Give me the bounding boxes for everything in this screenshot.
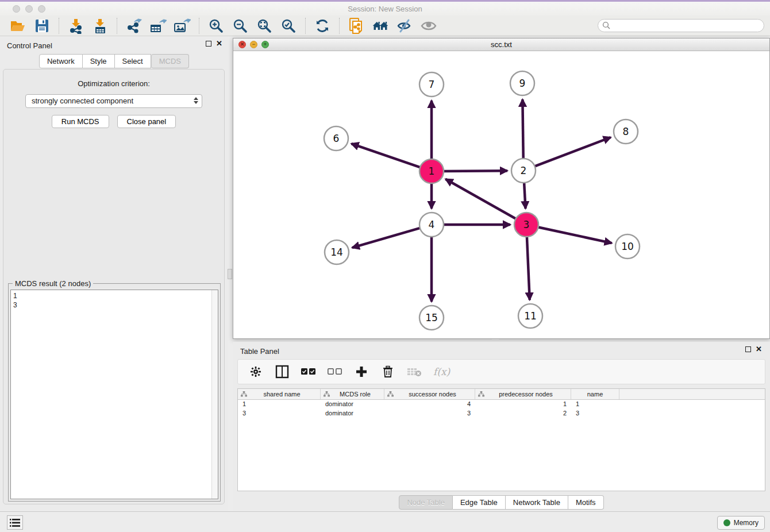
graph-edge-2-8[interactable]: [534, 137, 611, 167]
graph-node-label: 11: [524, 310, 537, 322]
zoom-fit-icon[interactable]: [256, 17, 273, 34]
table-tab-node-table[interactable]: Node Table: [399, 495, 453, 510]
graph-node-14[interactable]: 14: [325, 240, 349, 264]
column-header-predecessor-nodes[interactable]: predecessor nodes: [475, 389, 571, 399]
graph-node-1[interactable]: 1: [419, 159, 444, 183]
memory-label: Memory: [734, 519, 759, 527]
table-row[interactable]: 3dominator323: [238, 409, 765, 418]
control-panel: Control Panel ✕ NetworkStyleSelectMCDS O…: [0, 36, 228, 511]
table-cell[interactable]: 4: [384, 400, 475, 409]
graph-node-label: 3: [523, 219, 530, 230]
table-row[interactable]: 1dominator411: [238, 400, 765, 409]
graph-node-15[interactable]: 15: [419, 306, 444, 330]
select-stepper-icon: [194, 97, 198, 104]
graph-node-9[interactable]: 9: [510, 71, 534, 95]
column-layout-icon[interactable]: [275, 364, 290, 379]
table-cell[interactable]: 1: [571, 400, 619, 409]
panel-splitter-handle[interactable]: [228, 269, 232, 279]
session-title: Session: New Session: [0, 5, 770, 13]
graph-node-label: 7: [429, 79, 435, 90]
mcds-result-box[interactable]: 1 3: [10, 290, 218, 499]
column-header-shared-name[interactable]: shared name: [238, 389, 321, 399]
show-graphics-icon[interactable]: [420, 17, 437, 34]
home-view-icon[interactable]: [372, 17, 389, 34]
memory-button[interactable]: Memory: [717, 516, 765, 530]
zoom-in-icon[interactable]: [207, 17, 225, 34]
table-cell[interactable]: 1: [475, 400, 571, 409]
table-panel-header: Table Panel ✕: [233, 342, 770, 359]
task-history-button[interactable]: [7, 515, 23, 530]
column-header-name[interactable]: name: [571, 389, 619, 399]
float-panel-icon[interactable]: [206, 41, 211, 47]
tab-select[interactable]: Select: [115, 54, 151, 68]
mcds-result-title: MCDS result (2 nodes): [13, 279, 93, 288]
graph-edge-3-11[interactable]: [527, 236, 530, 300]
add-column-icon[interactable]: [354, 364, 369, 379]
column-header-MCDS-role[interactable]: MCDS role: [321, 389, 384, 399]
table-cell[interactable]: 3: [571, 409, 619, 418]
table-cell[interactable]: 3: [238, 409, 321, 418]
table-tab-motifs[interactable]: Motifs: [568, 495, 604, 510]
export-network-icon[interactable]: [125, 17, 143, 34]
graph-edge-4-14[interactable]: [352, 228, 421, 248]
graph-edge-3-10[interactable]: [537, 227, 612, 243]
run-mcds-button[interactable]: Run MCDS: [52, 115, 109, 128]
graph-node-4[interactable]: 4: [419, 213, 444, 237]
search-box: [598, 19, 764, 32]
close-panel-icon[interactable]: ✕: [216, 41, 222, 47]
close-panel-button[interactable]: Close panel: [117, 115, 176, 128]
save-session-icon[interactable]: [33, 17, 51, 34]
graph-edge-3-1[interactable]: [445, 179, 517, 219]
graph-node-8[interactable]: 8: [614, 119, 638, 144]
graph-node-6[interactable]: 6: [324, 126, 348, 151]
close-table-panel-icon[interactable]: ✕: [756, 346, 762, 352]
graph-node-7[interactable]: 7: [419, 72, 444, 97]
control-panel-title: Control Panel: [7, 41, 52, 50]
graph-edge-2-3[interactable]: [524, 182, 526, 209]
copy-network-icon[interactable]: [348, 17, 365, 34]
search-input[interactable]: [598, 19, 764, 32]
criterion-value: strongly connected component: [32, 97, 133, 105]
delete-column-icon[interactable]: [380, 364, 395, 379]
table-cell[interactable]: dominator: [321, 400, 384, 409]
graph-edge-1-6[interactable]: [351, 144, 421, 168]
graph-node-label: 4: [429, 219, 435, 230]
table-cell[interactable]: 2: [475, 409, 571, 418]
zoom-out-icon[interactable]: [232, 17, 249, 34]
table-cell[interactable]: 1: [238, 400, 321, 409]
window-resize-handle[interactable]: [492, 339, 499, 341]
table-tab-network-table[interactable]: Network Table: [506, 495, 568, 510]
optimization-criterion-label: Optimization criterion:: [3, 79, 224, 88]
graph-edge-1-2[interactable]: [442, 171, 507, 171]
graph-node-2[interactable]: 2: [511, 159, 536, 183]
zoom-selected-icon[interactable]: [280, 17, 297, 34]
graph-node-3[interactable]: 3: [514, 213, 538, 237]
hide-graphics-icon[interactable]: [396, 17, 413, 34]
graph-edge-2-9[interactable]: [522, 99, 523, 160]
table-cell[interactable]: dominator: [321, 409, 384, 418]
import-network-icon[interactable]: [67, 17, 84, 34]
network-window-titlebar[interactable]: ✕ − + scc.txt: [233, 38, 769, 51]
select-all-columns-icon[interactable]: [301, 364, 316, 379]
column-header-successor-nodes[interactable]: successor nodes: [384, 389, 475, 399]
deselect-all-columns-icon[interactable]: [328, 364, 342, 379]
network-canvas[interactable]: 7968124314101511: [233, 51, 769, 338]
graph-node-10[interactable]: 10: [615, 234, 640, 259]
table-settings-gear-icon[interactable]: [248, 364, 263, 379]
criterion-select[interactable]: strongly connected component: [25, 94, 202, 108]
table-cell[interactable]: 3: [384, 409, 475, 418]
apply-layout-icon[interactable]: [314, 17, 331, 34]
open-session-icon[interactable]: [9, 17, 26, 34]
import-table-icon[interactable]: [91, 17, 109, 34]
network-title: scc.txt: [233, 40, 769, 49]
tab-mcds[interactable]: MCDS: [151, 54, 189, 68]
tab-network[interactable]: Network: [39, 54, 83, 68]
export-image-icon[interactable]: [174, 17, 191, 34]
export-table-icon[interactable]: [149, 17, 167, 34]
graph-node-11[interactable]: 11: [518, 304, 542, 328]
graph-node-label: 15: [425, 312, 438, 323]
float-table-panel-icon[interactable]: [745, 346, 751, 352]
table-tab-edge-table[interactable]: Edge Table: [453, 495, 506, 510]
tab-style[interactable]: Style: [83, 54, 115, 68]
result-scrollbar[interactable]: [211, 290, 218, 499]
